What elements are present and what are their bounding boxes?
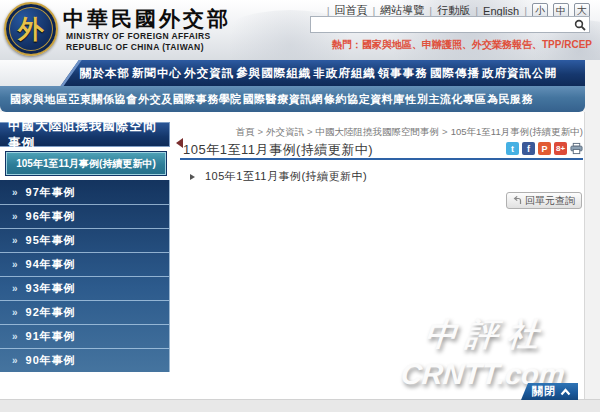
site-subtitle-line1: MINISTRY OF FOREIGN AFFAIRS (66, 31, 211, 42)
sidebar-item-95[interactable]: »95年事例 (0, 228, 169, 252)
breadcrumb-separator: > (442, 126, 448, 137)
breadcrumb-current: 105年1至11月事例(持續更新中) (451, 126, 583, 137)
search-icon (574, 19, 586, 31)
sidebar-item-96[interactable]: »96年事例 (0, 204, 169, 228)
nav-about[interactable]: 關於本部 (80, 66, 130, 81)
chevron-marker-icon: » (12, 307, 19, 318)
content-list-item[interactable]: 105年1至11月事例(持續更新中) (190, 169, 367, 184)
secondary-nav-items: 國家與地區 亞東關係協會 外交及國際事務學院 國際醫療資訊網 條約協定資料庫 性… (10, 86, 533, 112)
nav2-public-service[interactable]: 為民服務 (487, 92, 533, 107)
sidebar-item-label: 91年事例 (26, 329, 76, 344)
hot-links-bar: 熱門：國家與地區、申辦護照、外交業務報告、TPP/RCEP (332, 38, 592, 52)
sidebar-item-105-active[interactable]: 105年1至11月事例(持續更新中) (5, 151, 167, 176)
googleplus-share-icon[interactable]: 8+ (554, 142, 567, 155)
page: 外 中華民國外交部 MINISTRY OF FOREIGN AFFAIRS RE… (0, 0, 600, 412)
nav2-diplomacy-institute[interactable]: 外交及國際事務學院 (138, 92, 242, 107)
nav-diagonal-decoration (0, 60, 85, 86)
breadcrumb-home[interactable]: 首頁 (235, 126, 254, 137)
chevron-marker-icon: » (12, 187, 19, 198)
sidebar-item-label: 94年事例 (26, 257, 76, 272)
divider: 、 (462, 39, 472, 50)
chevron-marker-icon: » (12, 355, 19, 366)
chevron-marker-icon: » (12, 235, 19, 246)
close-button-label: 關閉 (532, 384, 556, 399)
primary-nav-items: 關於本部 新聞中心 外交資訊 參與國際組織 非政府組織 領事事務 國際傳播 政府… (80, 60, 557, 86)
site-subtitle: MINISTRY OF FOREIGN AFFAIRS REPUBLIC OF … (66, 31, 211, 53)
back-button-label: 回單元查詢 (525, 194, 575, 208)
sidebar-item-label: 95年事例 (26, 233, 76, 248)
content-item-link[interactable]: 105年1至11月事例(持續更新中) (205, 169, 367, 184)
hot-link-countries[interactable]: 國家與地區 (362, 39, 412, 50)
sidebar: 中國大陸阻撓我國際空間事例 105年1至11月事例(持續更新中) »97年事例 … (0, 122, 170, 372)
facebook-share-icon[interactable]: f (522, 142, 535, 155)
nav2-medical-network[interactable]: 國際醫療資訊網 (243, 92, 324, 107)
active-section-pointer-icon (171, 138, 183, 148)
sidebar-item-92[interactable]: »92年事例 (0, 300, 169, 324)
share-bar: t f P 8+ (506, 142, 583, 155)
divider: | (429, 5, 432, 17)
search-input[interactable] (311, 18, 571, 31)
search-box (310, 16, 590, 33)
divider: | (372, 5, 375, 17)
breadcrumb-separator: > (307, 126, 313, 137)
chevron-marker-icon: » (12, 211, 19, 222)
site-title: 中華民國外交部 (63, 5, 231, 33)
hot-link-report[interactable]: 外交業務報告 (472, 39, 532, 50)
breadcrumb: 首頁>外交資訊>中國大陸阻撓我國際空間事例>105年1至11月事例(持續更新中) (235, 126, 583, 139)
divider: | (524, 5, 527, 17)
nav-consular[interactable]: 領事事務 (378, 66, 428, 81)
sidebar-item-91[interactable]: »91年事例 (0, 324, 169, 348)
plurk-share-icon[interactable]: P (538, 142, 551, 155)
mofa-logo: 外 (4, 2, 58, 56)
nav2-gender-mainstreaming[interactable]: 性別主流化專區 (406, 92, 487, 107)
nav-gov-info[interactable]: 政府資訊公開 (482, 66, 557, 81)
sidebar-menu: »97年事例 »96年事例 »95年事例 »94年事例 »93年事例 »92年事… (0, 180, 170, 372)
nav-international-media[interactable]: 國際傳播 (430, 66, 480, 81)
sidebar-item-label: 92年事例 (26, 305, 76, 320)
close-button[interactable]: 關閉 (521, 383, 578, 400)
search-button[interactable] (571, 17, 589, 32)
nav2-countries[interactable]: 國家與地區 (10, 92, 68, 107)
sidebar-item-label: 90年事例 (26, 353, 76, 368)
nav2-treaty-database[interactable]: 條約協定資料庫 (324, 92, 405, 107)
return-arrow-icon (513, 196, 522, 205)
divider: | (327, 5, 330, 17)
divider: | (475, 5, 478, 17)
hot-label: 熱門： (332, 39, 362, 50)
sidebar-item-label: 96年事例 (26, 209, 76, 224)
secondary-nav: 國家與地區 亞東關係協會 外交及國際事務學院 國際醫療資訊網 條約協定資料庫 性… (0, 86, 585, 112)
site-subtitle-line2: REPUBLIC OF CHINA (TAIWAN) (66, 42, 211, 53)
site-header: 外 中華民國外交部 MINISTRY OF FOREIGN AFFAIRS RE… (0, 0, 600, 60)
sidebar-item-94[interactable]: »94年事例 (0, 252, 169, 276)
footer-strip (0, 399, 600, 412)
nav2-east-asia-relations[interactable]: 亞東關係協會 (68, 92, 137, 107)
twitter-share-icon[interactable]: t (506, 142, 519, 155)
breadcrumb-section[interactable]: 中國大陸阻撓我國際空間事例 (316, 126, 440, 137)
chevron-up-icon (560, 388, 571, 396)
sidebar-item-97[interactable]: »97年事例 (0, 180, 169, 204)
print-icon[interactable] (570, 142, 583, 155)
chevron-marker-icon: » (12, 331, 19, 342)
sidebar-item-label: 93年事例 (26, 281, 76, 296)
chevron-marker-icon: » (12, 283, 19, 294)
sidebar-item-93[interactable]: »93年事例 (0, 276, 169, 300)
back-to-unit-query-button[interactable]: 回單元查詢 (506, 192, 582, 209)
primary-nav: 關於本部 新聞中心 外交資訊 參與國際組織 非政府組織 領事事務 國際傳播 政府… (0, 60, 585, 86)
chevron-marker-icon: » (12, 259, 19, 270)
page-title: 105年1至11月事例(持續更新中) (183, 141, 373, 159)
breadcrumb-foreign-affairs-info[interactable]: 外交資訊 (266, 126, 304, 137)
nav-news[interactable]: 新聞中心 (132, 66, 182, 81)
hot-link-tpp-rcep[interactable]: TPP/RCEP (542, 39, 592, 50)
title-underline (180, 158, 583, 160)
hot-link-passport[interactable]: 申辦護照 (422, 39, 462, 50)
top-link-english[interactable]: English (483, 5, 519, 17)
sidebar-title: 中國大陸阻撓我國際空間事例 (0, 122, 170, 147)
nav-ngo[interactable]: 非政府組織 (313, 66, 376, 81)
nav-international-orgs[interactable]: 參與國際組織 (236, 66, 311, 81)
mofa-emblem-icon: 外 (18, 12, 44, 47)
sidebar-item-label: 97年事例 (26, 185, 76, 200)
nav-foreign-affairs-info[interactable]: 外交資訊 (184, 66, 234, 81)
sidebar-item-90[interactable]: »90年事例 (0, 348, 169, 372)
divider: 、 (532, 39, 542, 50)
breadcrumb-separator: > (257, 126, 263, 137)
